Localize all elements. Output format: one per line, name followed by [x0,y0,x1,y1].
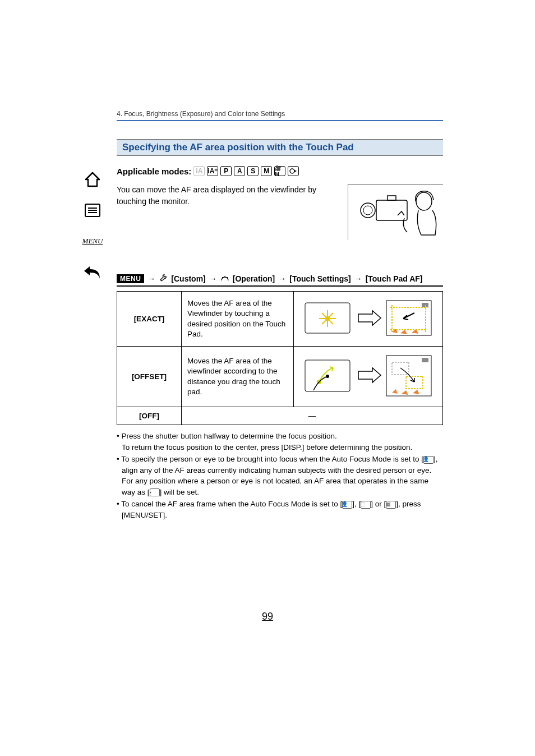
svg-rect-5 [348,185,444,241]
multi-area-icon: ▦ [386,501,396,509]
list-item: To cancel the AF area frame when the Aut… [117,499,443,520]
table-row: [OFFSET] Moves the AF area of the viewfi… [117,347,443,407]
note-text: To cancel the AF area frame when the Aut… [121,500,421,519]
menu-custom: [Custom] [171,274,205,283]
row-illustration-offset [294,347,443,407]
home-icon[interactable] [81,168,104,191]
dial-icon [220,274,229,283]
row-illustration-exact [294,292,443,347]
back-icon[interactable] [81,261,104,283]
row-desc: Moves the AF area of the Viewfinder by t… [182,292,294,347]
menu-badge-icon: MENU [117,274,144,283]
tracking-icon: ⬚ [361,501,371,509]
arrow-icon: → [209,274,217,283]
face-detect-icon: 👤 [423,456,433,464]
menu-touch-settings: [Touch Settings] [289,274,350,283]
settings-table: [EXACT] Moves the AF area of the Viewfin… [117,291,443,425]
mode-video-icon: 🎥M [274,166,285,176]
mode-iaplus-icon: iA⁺ [207,166,218,176]
illustration-camera-user [348,184,443,240]
arrow-icon: → [147,274,155,283]
mode-m-icon: M [261,166,272,176]
row-label: [OFF] [117,407,182,425]
svg-rect-30 [422,358,428,362]
svg-line-12 [222,277,223,278]
wrench-icon [159,274,168,283]
table-row: [OFF] — [117,407,443,425]
mode-a-icon: A [234,166,245,176]
divider [117,120,443,121]
arrow-icon: → [278,274,286,283]
row-label: [EXACT] [117,292,182,347]
row-label: [OFFSET] [117,347,182,407]
mode-p-icon: P [220,166,232,176]
list-item: Press the shutter button halfway to dete… [117,431,443,453]
face-detect-icon: 👤 [342,501,352,509]
notes-list: Press the shutter button halfway to dete… [117,431,443,521]
svg-point-19 [325,316,330,321]
section-title: Specifying the AF area position with the… [117,139,443,156]
svg-point-28 [326,375,329,378]
menu-touch-pad-af: [Touch Pad AF] [366,274,423,283]
menu-path: MENU → [Custom] → [Operation] → [Touch S… [117,274,443,287]
table-row: [EXACT] Moves the AF area of the Viewfin… [117,292,443,347]
area-icon: ▪ [150,488,160,496]
svg-line-13 [227,277,228,278]
note-text: To specify the person or eye to be broug… [121,455,437,496]
intro-text: You can move the AF area displayed on th… [117,184,336,240]
list-item: To specify the person or eye to be broug… [117,454,443,497]
modes-label: Applicable modes: [117,167,191,176]
arrow-icon: → [354,274,362,283]
mode-ia-icon: iA [193,166,205,176]
applicable-modes: Applicable modes: iA iA⁺ P A S M 🎥M [117,166,443,176]
chapter-title: 4. Focus, Brightness (Exposure) and Colo… [117,110,443,118]
note-text: Press the shutter button halfway to dete… [121,432,412,451]
menu-operation: [Operation] [233,274,275,283]
mode-s-icon: S [247,166,259,176]
page-number[interactable]: 99 [0,611,535,623]
svg-point-4 [290,169,294,173]
row-desc: Moves the AF area of the viewfinder acco… [182,347,294,407]
menu-icon[interactable]: MENU [81,230,104,252]
toc-icon[interactable] [81,199,104,222]
row-desc: — [182,407,443,425]
mode-c-icon [288,166,299,176]
